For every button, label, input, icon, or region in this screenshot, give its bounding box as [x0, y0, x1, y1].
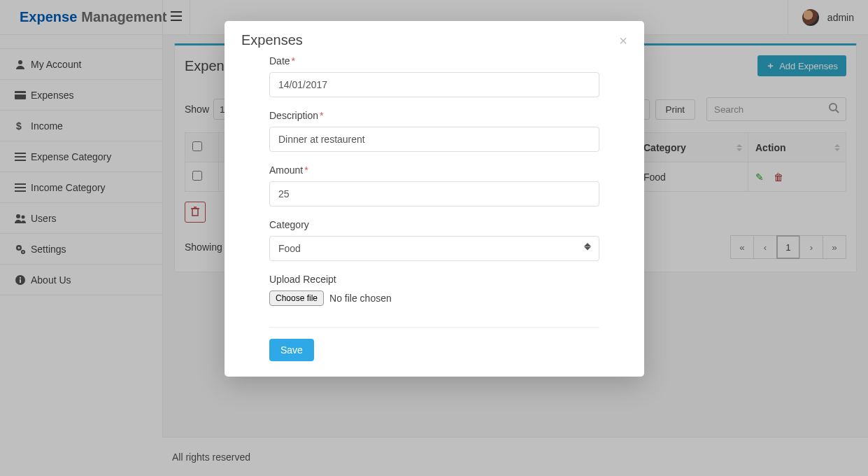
- amount-field[interactable]: [269, 181, 599, 206]
- modal-header: Expenses ×: [225, 21, 644, 55]
- form-group-category: Category Food: [269, 219, 599, 261]
- required-asterisk: *: [320, 110, 323, 121]
- form-group-description: Description*: [269, 110, 599, 152]
- form-group-upload: Upload Receipt Choose file No file chose…: [269, 274, 599, 306]
- category-label: Category: [269, 219, 599, 230]
- amount-label: Amount*: [269, 164, 599, 176]
- file-chosen-text: No file chosen: [329, 293, 392, 304]
- save-button[interactable]: Save: [269, 339, 314, 361]
- upload-label: Upload Receipt: [269, 274, 599, 285]
- expense-modal: Expenses × Date* Description* Amount* Ca…: [225, 21, 644, 377]
- required-asterisk: *: [304, 164, 308, 176]
- category-select[interactable]: Food: [269, 236, 599, 261]
- file-row: Choose file No file chosen: [269, 290, 599, 306]
- modal-body: Date* Description* Amount* Category Food…: [225, 55, 644, 320]
- description-label: Description*: [269, 110, 599, 121]
- modal-footer: Save: [225, 320, 644, 377]
- form-group-amount: Amount*: [269, 164, 599, 206]
- modal-title: Expenses: [241, 32, 303, 48]
- date-field[interactable]: [269, 72, 599, 97]
- category-select-wrap: Food: [269, 236, 599, 261]
- required-asterisk: *: [292, 55, 295, 66]
- description-field[interactable]: [269, 127, 599, 152]
- form-group-date: Date*: [269, 55, 599, 97]
- choose-file-button[interactable]: Choose file: [269, 290, 324, 306]
- close-icon[interactable]: ×: [619, 34, 627, 48]
- date-label: Date*: [269, 55, 599, 66]
